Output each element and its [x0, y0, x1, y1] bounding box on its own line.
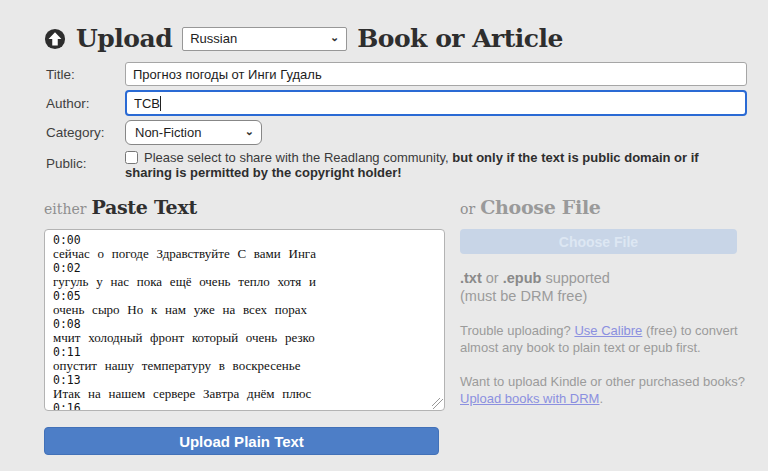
calibre-help-text: Trouble uploading? Use Calibre (free) to… [460, 322, 747, 356]
author-input[interactable] [125, 90, 747, 116]
paste-line: 0:05 [53, 289, 436, 303]
drm-note: (must be DRM free) [460, 288, 587, 304]
category-select[interactable]: Non-Fiction [125, 120, 262, 145]
page-header: Upload Russian ⌄ Book or Article [44, 24, 748, 53]
author-label: Author: [46, 96, 125, 111]
paste-textarea[interactable]: 0:00сейчас о погоде Здравствуйте С вами … [44, 229, 445, 411]
paste-section-heading: either Paste Text [44, 196, 445, 218]
file-section-heading: or Choose File [460, 196, 747, 218]
public-row: Public: Please select to share with the … [46, 150, 747, 180]
public-checkbox[interactable] [125, 151, 138, 164]
choose-file-button[interactable]: Choose File [460, 229, 737, 254]
paste-line: 0:00 [53, 233, 436, 247]
title-input[interactable] [125, 62, 747, 86]
paste-text-heading: Paste Text [91, 196, 196, 218]
upload-form: Title: Author: Category: Non-Fiction ⌄ P… [46, 62, 747, 184]
paste-line: гугуль у нас пока ещё очень тепло хотя и [53, 275, 436, 289]
upload-books-with-drm-link[interactable]: Upload books with DRM [460, 391, 599, 406]
upload-circle-icon [44, 28, 66, 50]
public-label: Public: [46, 156, 125, 171]
category-label: Category: [46, 125, 125, 140]
public-consent-text: Please select to share with the Readlang… [125, 150, 747, 180]
use-calibre-link[interactable]: Use Calibre [574, 323, 642, 338]
paste-line: 0:13 [53, 373, 436, 387]
txt-format: .txt [460, 270, 482, 286]
paste-line: Итак на нашем сервере Завтра днём плюс [53, 387, 436, 401]
paste-line: 0:16 [53, 401, 436, 411]
page-title-prefix: Upload [76, 24, 172, 53]
title-row: Title: [46, 62, 747, 86]
paste-line: 0:02 [53, 261, 436, 275]
upload-plain-text-button[interactable]: Upload Plain Text [44, 427, 439, 455]
drm-help-text: Want to upload Kindle or other purchased… [460, 373, 747, 407]
author-row: Author: [46, 90, 747, 116]
paste-line: опустит нашу температуру в воскресенье [53, 359, 436, 373]
text-caret [160, 96, 161, 111]
or-label: or [460, 201, 475, 217]
paste-line: 0:08 [53, 317, 436, 331]
supported-formats-text: .txt or .epub supported (must be DRM fre… [460, 269, 747, 305]
paste-line: сейчас о погоде Здравствуйте С вами Инга [53, 247, 436, 261]
language-select-wrap: Russian ⌄ [182, 27, 347, 51]
choose-file-section: or Choose File Choose File .txt or .epub… [460, 196, 747, 455]
choose-file-heading: Choose File [480, 196, 600, 218]
paste-line: мчит холодный фронт который очень резко [53, 331, 436, 345]
paste-text-section: either Paste Text 0:00сейчас о погоде Зд… [44, 196, 445, 455]
paste-line: 0:11 [53, 345, 436, 359]
language-select[interactable]: Russian [182, 27, 347, 51]
resize-handle-icon[interactable] [432, 398, 443, 409]
paste-line: очень сыро Но к нам уже на всех порах [53, 303, 436, 317]
page-title-suffix: Book or Article [357, 24, 563, 53]
category-row: Category: Non-Fiction ⌄ [46, 120, 747, 145]
public-text-normal: Please select to share with the Readlang… [144, 150, 452, 165]
title-label: Title: [46, 67, 125, 82]
epub-format: .epub [503, 270, 542, 286]
misspelled-word: гугуль [53, 275, 89, 289]
either-label: either [44, 201, 86, 217]
